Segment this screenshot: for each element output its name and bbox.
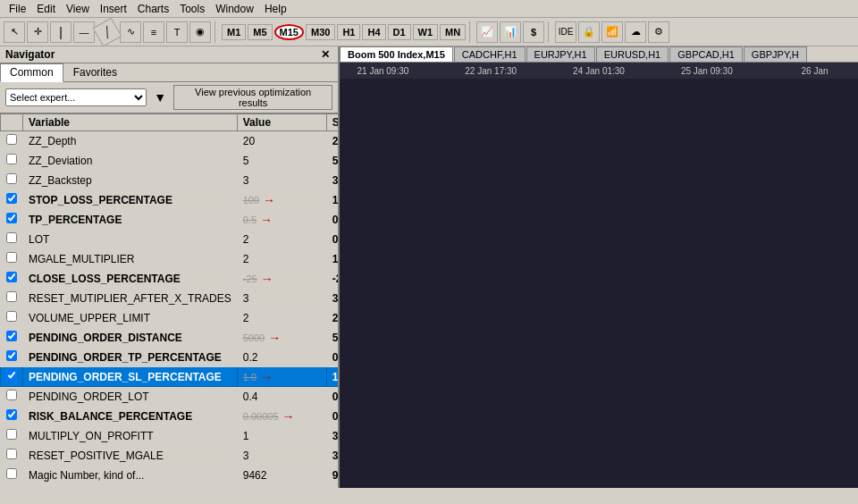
- row-value: Resistance: [237, 485, 326, 489]
- tf-m30[interactable]: M30: [306, 24, 335, 40]
- tf-w1[interactable]: W1: [413, 24, 439, 40]
- row-start: 9462: [326, 466, 338, 485]
- row-start: 5.0: [326, 151, 338, 171]
- table-row: PENDING_ORDER_SL_PERCENTAGE1.0→100.0: [1, 367, 339, 387]
- table-row: RESET_MUTIPLIER_AFTER_X_TRADES33.0: [1, 289, 339, 308]
- tab-common[interactable]: Common: [0, 63, 63, 82]
- row-checkbox[interactable]: [6, 154, 17, 164]
- shape-tool[interactable]: ◉: [189, 21, 211, 43]
- dollar-btn[interactable]: $: [523, 21, 544, 43]
- chart-tab-1[interactable]: CADCHF,H1: [454, 46, 526, 62]
- table-row: RESET_POSITIVE_MGALE33.0: [1, 446, 339, 466]
- row-value: -25→: [237, 269, 326, 289]
- navigator-tabs: Common Favorites: [0, 63, 338, 82]
- row-variable: ZZ_Depth: [23, 131, 238, 151]
- row-checkbox[interactable]: [6, 409, 17, 420]
- row-value: 0.00005→: [237, 407, 326, 426]
- row-value: 3: [237, 446, 326, 466]
- tf-m15[interactable]: M15: [274, 24, 304, 40]
- chart-type-btn[interactable]: 📈: [476, 21, 498, 43]
- menu-help[interactable]: Help: [259, 2, 292, 16]
- menu-file[interactable]: File: [4, 2, 31, 16]
- text-tool[interactable]: T: [166, 21, 188, 43]
- row-checkbox[interactable]: [6, 193, 17, 204]
- row-checkbox[interactable]: [6, 350, 17, 361]
- row-variable: PENDING_ORDER_LOT: [23, 387, 238, 407]
- time-label: 25 Jan 09:30: [670, 66, 743, 76]
- params-table-container[interactable]: Variable Value Start ZZ_Depth2020.0ZZ_De…: [0, 113, 338, 488]
- row-checkbox[interactable]: [6, 468, 17, 479]
- row-variable: RISK_BALANCE_PERCENTAGE: [23, 407, 238, 426]
- row-checkbox[interactable]: [6, 449, 17, 459]
- row-variable: PENDING_ORDER_TP_PERCENTAGE: [23, 348, 238, 367]
- table-row: MULTIPLY_ON_PROFITT13.0: [1, 426, 339, 446]
- row-checkbox[interactable]: [6, 311, 17, 322]
- row-checkbox[interactable]: [6, 429, 17, 440]
- menu-charts[interactable]: Charts: [132, 2, 174, 16]
- row-checkbox[interactable]: [6, 390, 17, 400]
- crosshair-tool[interactable]: ✛: [27, 21, 48, 43]
- row-start: [326, 485, 338, 489]
- indicators-btn[interactable]: 📊: [500, 21, 521, 43]
- tf-d1[interactable]: D1: [388, 24, 411, 40]
- menu-tools[interactable]: Tools: [174, 2, 210, 16]
- row-variable: inp1_Ro_Name: [23, 485, 238, 489]
- ide-btn[interactable]: IDE: [555, 21, 576, 43]
- row-start: 3.0: [326, 426, 338, 446]
- hline-tool[interactable]: —: [73, 21, 95, 43]
- trendline-tool[interactable]: ╱: [93, 17, 122, 46]
- left-panel: Navigator ✕ Common Favorites Select expe…: [0, 46, 340, 488]
- row-value: 5000→: [237, 328, 326, 348]
- time-label: 26 Jan: [778, 66, 851, 76]
- extra-btn[interactable]: ⚙: [648, 21, 669, 43]
- curve-tool[interactable]: ∿: [120, 21, 141, 43]
- menu-bar: File Edit View Insert Charts Tools Windo…: [0, 0, 858, 18]
- expert-select[interactable]: Select expert...: [5, 88, 147, 106]
- line-tool[interactable]: |: [50, 21, 72, 43]
- tf-mn[interactable]: MN: [440, 24, 466, 40]
- row-checkbox[interactable]: [6, 134, 17, 145]
- menu-window[interactable]: Window: [210, 2, 259, 16]
- row-value: 100→: [237, 190, 326, 210]
- table-row: ZZ_Deviation55.0: [1, 151, 339, 171]
- table-row: inp1_Ro_NameResistance: [1, 485, 339, 489]
- tf-h1[interactable]: H1: [337, 24, 360, 40]
- chart-tab-4[interactable]: GBPCAD,H1: [669, 46, 743, 62]
- menu-view[interactable]: View: [61, 2, 95, 16]
- chart-time-bar: 21 Jan 09:3022 Jan 17:3024 Jan 01:3025 J…: [340, 63, 858, 79]
- chart-tab-3[interactable]: EURUSD,H1: [596, 46, 669, 62]
- row-start: 5000.0: [326, 328, 338, 348]
- view-prev-button[interactable]: View previous optimization results: [173, 85, 332, 110]
- chart-tab-0[interactable]: Boom 500 Index,M15: [340, 46, 453, 62]
- row-variable: TP_PERCENTAGE: [23, 210, 238, 230]
- cloud-btn[interactable]: ☁: [625, 21, 646, 43]
- navigator-close[interactable]: ✕: [318, 48, 332, 61]
- tab-favorites[interactable]: Favorites: [63, 63, 127, 81]
- dropdown-arrow-icon[interactable]: ▼: [154, 90, 166, 105]
- row-checkbox[interactable]: [6, 252, 17, 263]
- row-variable: RESET_POSITIVE_MGALE: [23, 446, 238, 466]
- chart-tab-2[interactable]: EURJPY,H1: [526, 46, 595, 62]
- lock-btn[interactable]: 🔒: [578, 21, 600, 43]
- chart-tab-5[interactable]: GBPJPY,H: [744, 46, 807, 62]
- tf-h4[interactable]: H4: [362, 24, 385, 40]
- menu-insert[interactable]: Insert: [95, 2, 132, 16]
- menu-edit[interactable]: Edit: [31, 2, 61, 16]
- row-checkbox[interactable]: [6, 232, 17, 243]
- row-checkbox[interactable]: [6, 173, 17, 184]
- row-start: 0.00005: [326, 407, 338, 426]
- tf-m1[interactable]: M1: [222, 24, 246, 40]
- channel-tool[interactable]: ≡: [143, 21, 164, 43]
- row-checkbox[interactable]: [6, 213, 17, 223]
- cursor-tool[interactable]: ↖: [4, 21, 25, 43]
- row-checkbox[interactable]: [6, 272, 17, 282]
- sep3: [548, 21, 551, 43]
- signal-btn[interactable]: 📶: [601, 21, 623, 43]
- row-checkbox[interactable]: [6, 291, 17, 302]
- row-checkbox[interactable]: [6, 331, 17, 341]
- row-start: 2.0: [326, 308, 338, 328]
- chart-tabs-bar: Boom 500 Index,M15CADCHF,H1EURJPY,H1EURU…: [340, 46, 858, 63]
- full-layout: Navigator ✕ Common Favorites Select expe…: [0, 46, 858, 488]
- row-checkbox[interactable]: [6, 370, 17, 381]
- tf-m5[interactable]: M5: [248, 24, 272, 40]
